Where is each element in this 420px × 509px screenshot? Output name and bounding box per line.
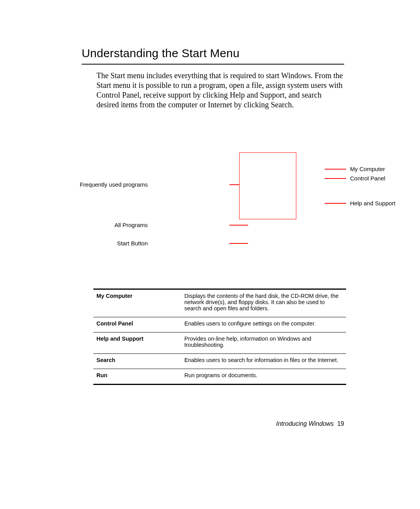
diagram-label-frequently-used: Frequently used programs	[80, 181, 148, 188]
page-title: Understanding the Start Menu	[82, 47, 344, 60]
page-footer: Introducing Windows 19	[276, 420, 344, 427]
term-cell: My Computer	[93, 289, 181, 317]
start-menu-diagram: Frequently used programs All Programs St…	[82, 152, 344, 269]
table-row: Control Panel Enables users to configure…	[93, 317, 346, 332]
table-row: Search Enables users to search for infor…	[93, 354, 346, 369]
desc-cell: Enables users to search for information …	[181, 354, 346, 369]
desc-cell: Provides on-line help, information on Wi…	[181, 332, 346, 354]
diagram-start-menu-box	[239, 152, 296, 219]
footer-page-number: 19	[337, 420, 344, 427]
term-cell: Run	[93, 369, 181, 385]
diagram-label-my-computer: My Computer	[350, 166, 385, 172]
title-underline	[82, 64, 344, 65]
diagram-label-help-support: Help and Support	[350, 200, 396, 206]
desc-cell: Displays the contents of the hard disk, …	[181, 289, 346, 317]
term-cell: Control Panel	[93, 317, 181, 332]
table-row: My Computer Displays the contents of the…	[93, 289, 346, 317]
footer-chapter: Introducing Windows	[276, 420, 334, 427]
table-row: Run Run programs or documents.	[93, 369, 346, 385]
definitions-table: My Computer Displays the contents of the…	[93, 289, 346, 385]
desc-cell: Enables users to configure settings on t…	[181, 317, 346, 332]
diagram-label-all-programs: All Programs	[114, 222, 148, 228]
intro-paragraph: The Start menu includes everything that …	[96, 71, 344, 110]
diagram-label-start-button: Start Button	[117, 240, 148, 247]
diagram-connector	[229, 243, 248, 244]
diagram-label-control-panel: Control Panel	[350, 175, 385, 182]
diagram-connector	[325, 203, 346, 204]
term-cell: Help and Support	[93, 332, 181, 354]
diagram-connector	[229, 225, 248, 226]
diagram-connector	[229, 184, 239, 185]
term-cell: Search	[93, 354, 181, 369]
diagram-connector	[325, 169, 346, 170]
diagram-connector	[325, 178, 346, 179]
desc-cell: Run programs or documents.	[181, 369, 346, 385]
table-row: Help and Support Provides on-line help, …	[93, 332, 346, 354]
